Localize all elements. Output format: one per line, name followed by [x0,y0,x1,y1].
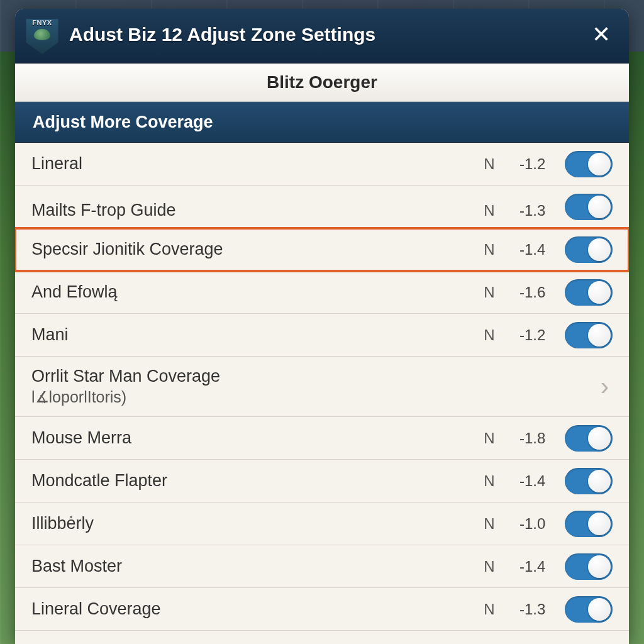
row-value: -1.3 [508,202,565,219]
row-label: Specsir Jionitik Coverage [31,240,470,259]
settings-row-nav[interactable]: Orrlit Star Man Coveragel∡loporlItoris)› [15,357,629,417]
row-flag: N [470,515,508,533]
row-toggle[interactable] [565,322,613,348]
row-label: Orrlit Star Man Coveragel∡loporlItoris) [31,366,601,407]
settings-row: Specsir Jionitik CoverageN-1.4 [15,228,629,271]
row-toggle[interactable] [565,279,613,306]
row-label: Mouse Merra [31,428,470,448]
row-label: Mondcatle Flapter [31,471,470,491]
row-subtext: l∡loporlItoris) [31,387,601,407]
row-flag: N [470,601,508,618]
chevron-right-icon: › [601,372,613,401]
settings-row: IllibbėrlyN-1.0 [15,502,629,545]
row-toggle[interactable] [565,468,613,494]
panel-title: Adust Biz 12 Adjust Zone Settings [69,24,579,45]
settings-list: LineralN-1.2Mailts F-trop GuideN-1.3Spec… [15,143,629,644]
settings-row: Mailts F-trop GuideN-1.3 [15,186,629,228]
row-toggle[interactable] [565,194,613,220]
settings-row: LineralN-1.2 [15,143,629,186]
row-label: Illibbėrly [31,514,470,533]
row-label: Mailts F-trop Guide [31,201,470,220]
row-value: -1.3 [508,601,565,618]
row-label: Lineral Coverage [31,599,470,619]
row-flag: N [470,472,508,490]
settings-row: And EfowląN-1.6 [15,271,629,314]
row-label: Lineral [31,154,470,174]
row-toggle[interactable] [565,553,613,580]
row-value: -1.8 [508,430,565,447]
close-button[interactable]: ✕ [587,21,615,48]
game-logo-shield-icon [24,15,60,54]
subheader-label: Blitz Ooerger [267,72,377,92]
row-toggle[interactable] [565,511,613,537]
row-value: -1.4 [508,472,565,490]
row-value: -1.4 [508,241,565,258]
row-toggle[interactable] [565,596,613,623]
row-flag: N [470,284,508,301]
row-value: -1.4 [508,558,565,575]
settings-panel: Adust Biz 12 Adjust Zone Settings ✕ Blit… [15,9,629,644]
row-label: Mani [31,325,470,345]
row-value: -1.6 [508,284,565,301]
settings-row: Lineral CoverageN-1.3 [15,588,629,631]
row-flag: N [470,326,508,344]
row-flag: N [470,241,508,258]
settings-row: Mondcatle FlapterN-1.4 [15,460,629,502]
row-flag: N [470,155,508,173]
row-value: -1.2 [508,155,565,173]
row-toggle[interactable] [565,425,613,452]
row-value: -1.0 [508,515,565,533]
row-label: And Efowlą [31,282,470,302]
close-icon: ✕ [592,21,611,48]
row-toggle[interactable] [565,236,613,263]
settings-row: ManiN-1.2 [15,314,629,357]
row-value: -1.2 [508,326,565,344]
settings-row: Bast MosterN-1.4 [15,545,629,588]
row-toggle[interactable] [565,151,613,177]
section-heading-label: Adjust More Coverage [33,113,213,131]
row-flag: N [470,558,508,575]
section-heading: Adjust More Coverage [15,102,629,143]
row-flag: N [470,202,508,219]
settings-row: Mouse MerraN-1.8 [15,417,629,460]
subheader-tab[interactable]: Blitz Ooerger [15,64,629,102]
titlebar: Adust Biz 12 Adjust Zone Settings ✕ [15,9,629,64]
row-flag: N [470,430,508,447]
row-label: Bast Moster [31,557,470,576]
